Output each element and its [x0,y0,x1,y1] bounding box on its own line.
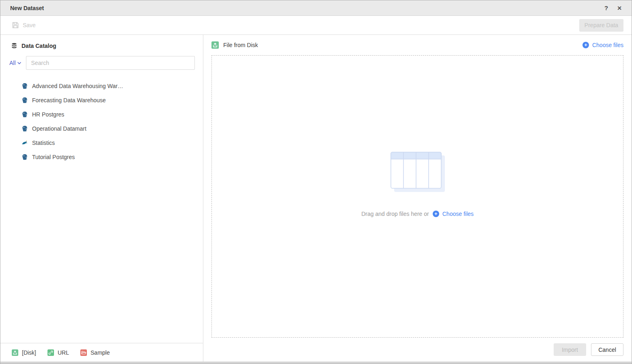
file-from-disk-panel: File from Disk + Choose files [203,35,632,362]
postgres-icon [22,97,28,103]
choose-files-top-label: Choose files [592,42,623,48]
data-catalog-title: Data Catalog [22,43,56,49]
list-item-label: HR Postgres [32,111,64,118]
save-label: Save [23,22,36,28]
plus-circle-icon: + [582,42,589,48]
mysql-icon [22,140,28,146]
link-icon [47,349,54,356]
save-icon [12,22,19,29]
cancel-button[interactable]: Cancel [591,343,623,356]
choose-files-inline-label: Choose files [442,211,474,217]
postgres-icon [22,154,28,160]
list-item-connection[interactable]: Statistics [0,136,203,150]
save-button[interactable]: Save [12,22,36,29]
tab-sample-label: Sample [91,349,110,356]
dialog-title: New Dataset [10,5,44,11]
data-catalog-panel: Data Catalog All Advanced Data Warehousi… [0,35,203,362]
postgres-icon [22,111,28,118]
tab-sample[interactable]: Sample [80,349,110,356]
list-item-connection[interactable]: Forecasting Data Warehouse [0,93,203,107]
list-item-label: Advanced Data Warehousing War… [32,83,123,89]
filter-dropdown[interactable]: All [9,60,22,66]
new-dataset-dialog: New Dataset ? ✕ Save Prepare Data [0,0,632,364]
plus-circle-icon: + [433,211,439,217]
chevron-down-icon [17,61,22,65]
postgres-icon [22,125,28,132]
filter-dropdown-label: All [9,60,16,66]
file-dropzone[interactable]: Drag and drop files here or + Choose fil… [211,55,623,338]
choose-files-link-top[interactable]: + Choose files [582,42,623,48]
window-bottom-edge [0,362,632,364]
list-item-connection[interactable]: Advanced Data Warehousing War… [0,79,203,93]
file-from-disk-icon [211,41,219,49]
source-type-tabs: [Disk] URL [0,343,203,362]
list-item-label: Forecasting Data Warehouse [32,97,106,103]
list-item-connection[interactable]: Tutorial Postgres [0,150,203,164]
titlebar: New Dataset ? ✕ [0,0,632,16]
import-button[interactable]: Import [554,343,586,356]
postgres-icon [22,83,28,89]
prepare-data-button[interactable]: Prepare Data [579,19,623,32]
main-header: File from Disk + Choose files [211,35,623,55]
main-header-title: File from Disk [223,42,258,48]
catalog-list: Advanced Data Warehousing War… Forecasti… [0,73,203,343]
search-row: All [0,49,203,73]
list-item-label: Statistics [32,140,55,146]
dialog-footer: Import Cancel [211,338,623,362]
list-item-connection[interactable]: HR Postgres [0,107,203,121]
database-icon [11,43,17,49]
disk-upload-icon [12,349,18,356]
list-item-label: Operational Datamart [32,125,86,132]
dropzone-hint-text: Drag and drop files here or [361,211,429,217]
tab-url[interactable]: URL [47,349,69,356]
search-input[interactable] [26,56,195,70]
table-illustration [390,152,445,192]
folder-icon [80,349,87,356]
tab-url-label: URL [58,349,69,356]
data-catalog-header: Data Catalog [0,35,203,49]
close-icon[interactable]: ✕ [615,4,624,12]
help-icon[interactable]: ? [602,4,610,12]
list-item-connection[interactable]: Operational Datamart [0,121,203,136]
choose-files-link-inline[interactable]: + Choose files [433,211,474,217]
list-item-label: Tutorial Postgres [32,154,75,160]
tab-disk-label: [Disk] [22,349,36,356]
toolbar: Save Prepare Data [0,16,632,35]
tab-disk[interactable]: [Disk] [12,349,36,356]
